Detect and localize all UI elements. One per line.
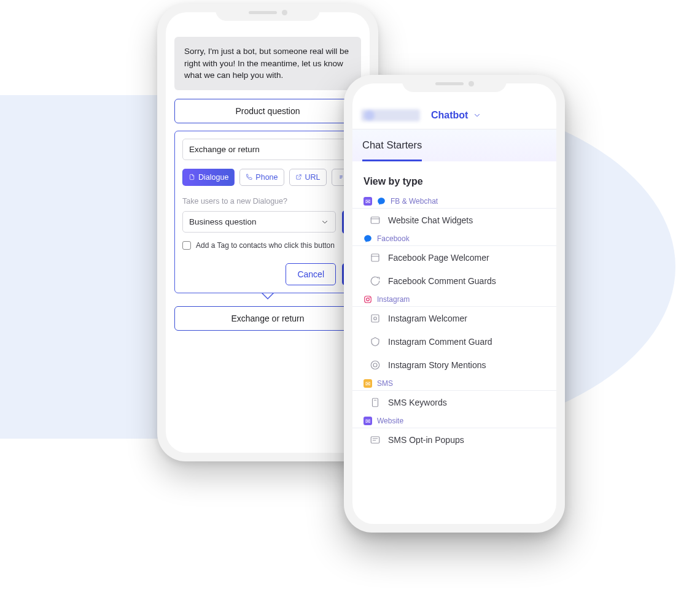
svg-point-8 bbox=[373, 363, 377, 367]
dialogue-select-value: Business question bbox=[189, 217, 257, 226]
handoff-icon bbox=[338, 174, 344, 180]
chevron-down-icon bbox=[321, 218, 329, 226]
sms-icon: ✉ bbox=[364, 379, 372, 388]
chip-dialogue-label: Dialogue bbox=[198, 173, 228, 182]
chip-dialogue[interactable]: Dialogue bbox=[182, 169, 235, 186]
group-header-website: ✉ Website bbox=[352, 414, 556, 428]
svg-point-6 bbox=[374, 317, 377, 320]
section-dropdown[interactable]: Chatbot bbox=[431, 110, 481, 121]
chip-url[interactable]: URL bbox=[289, 169, 327, 186]
item-label: Facebook Page Welcomer bbox=[388, 253, 489, 263]
item-instagram-story-mentions[interactable]: Instagram Story Mentions bbox=[352, 353, 556, 377]
add-tag-label: Add a Tag to contacts who click this but… bbox=[196, 241, 335, 250]
phone-notch bbox=[402, 75, 507, 92]
story-icon bbox=[370, 360, 381, 371]
group-label: Instagram bbox=[377, 295, 410, 304]
app-logo bbox=[361, 109, 420, 121]
group-label: Facebook bbox=[377, 234, 410, 243]
tab-chat-starters[interactable]: Chat Starters bbox=[362, 139, 422, 161]
cancel-button[interactable]: Cancel bbox=[286, 263, 336, 285]
svg-point-3 bbox=[367, 298, 370, 301]
instagram-icon bbox=[364, 295, 372, 304]
item-label: Instagram Welcomer bbox=[388, 314, 467, 323]
popup-icon bbox=[370, 434, 381, 445]
button-editor-card: Dialogue Phone URL Ha Take use bbox=[174, 131, 361, 293]
item-label: Instagram Story Mentions bbox=[388, 360, 486, 370]
svg-rect-0 bbox=[371, 217, 379, 224]
dialogue-select[interactable]: Business question bbox=[182, 211, 336, 233]
webchat-icon: ✉ bbox=[364, 197, 372, 206]
group-header-facebook: Facebook bbox=[352, 232, 556, 246]
bot-message: Sorry, I'm just a bot, but someone real … bbox=[174, 37, 361, 90]
item-label: SMS Keywords bbox=[388, 398, 447, 407]
group-header-fbwebchat: ✉ FB & Webchat bbox=[352, 194, 556, 209]
svg-rect-5 bbox=[371, 315, 379, 322]
keyword-icon bbox=[370, 397, 381, 408]
chip-phone-label: Phone bbox=[255, 173, 278, 182]
dialogue-select-label: Take users to a new Dialogue? bbox=[182, 197, 353, 206]
action-type-chips: Dialogue Phone URL Ha bbox=[182, 169, 353, 186]
chip-url-label: URL bbox=[305, 173, 321, 182]
item-facebook-page-welcomer[interactable]: Facebook Page Welcomer bbox=[352, 246, 556, 269]
svg-point-7 bbox=[371, 361, 379, 369]
website-icon: ✉ bbox=[364, 417, 372, 425]
messenger-icon bbox=[364, 234, 372, 243]
file-icon bbox=[189, 174, 195, 180]
svg-point-4 bbox=[370, 297, 370, 298]
add-tag-checkbox[interactable]: Add a Tag to contacts who click this but… bbox=[182, 241, 353, 250]
connector-arrow bbox=[174, 293, 361, 300]
group-label: FB & Webchat bbox=[391, 197, 438, 206]
external-link-icon bbox=[295, 174, 302, 180]
chevron-down-icon bbox=[473, 111, 481, 120]
phone-notch bbox=[216, 4, 320, 21]
view-by-type-heading: View by type bbox=[352, 161, 556, 194]
group-header-sms: ✉ SMS bbox=[352, 377, 556, 391]
item-website-chat-widgets[interactable]: Website Chat Widgets bbox=[352, 209, 556, 232]
phone-icon bbox=[246, 174, 252, 180]
item-label: Website Chat Widgets bbox=[388, 215, 473, 225]
svg-rect-1 bbox=[371, 254, 379, 261]
button-label-input[interactable] bbox=[182, 139, 353, 160]
checkbox-icon bbox=[182, 241, 191, 250]
tab-bar: Chat Starters bbox=[352, 129, 556, 161]
messenger-icon bbox=[377, 197, 386, 206]
svg-rect-9 bbox=[373, 398, 378, 407]
option-exchange-return[interactable]: Exchange or return bbox=[174, 306, 361, 331]
item-label: SMS Opt-in Popups bbox=[388, 435, 464, 445]
comment-guard-icon bbox=[370, 275, 381, 287]
section-dropdown-label: Chatbot bbox=[431, 110, 468, 121]
item-instagram-welcomer[interactable]: Instagram Welcomer bbox=[352, 307, 556, 330]
group-header-instagram: Instagram bbox=[352, 293, 556, 307]
group-label: Website bbox=[377, 417, 403, 425]
page-icon bbox=[370, 252, 381, 263]
svg-rect-10 bbox=[371, 437, 379, 444]
phone-mockup-chat-starters: Chatbot Chat Starters View by type ✉ FB … bbox=[344, 75, 565, 533]
welcomer-icon bbox=[370, 313, 381, 324]
item-facebook-comment-guards[interactable]: Facebook Comment Guards bbox=[352, 269, 556, 293]
widget-icon bbox=[370, 215, 381, 226]
item-label: Instagram Comment Guard bbox=[388, 337, 492, 347]
comment-guard-icon bbox=[370, 336, 381, 347]
group-label: SMS bbox=[377, 379, 393, 388]
item-instagram-comment-guard[interactable]: Instagram Comment Guard bbox=[352, 330, 556, 353]
item-label: Facebook Comment Guards bbox=[388, 276, 496, 286]
option-product-question[interactable]: Product question bbox=[174, 99, 361, 123]
item-sms-keywords[interactable]: SMS Keywords bbox=[352, 391, 556, 414]
chip-phone[interactable]: Phone bbox=[239, 169, 284, 186]
item-sms-optin-popups[interactable]: SMS Opt-in Popups bbox=[352, 428, 556, 452]
